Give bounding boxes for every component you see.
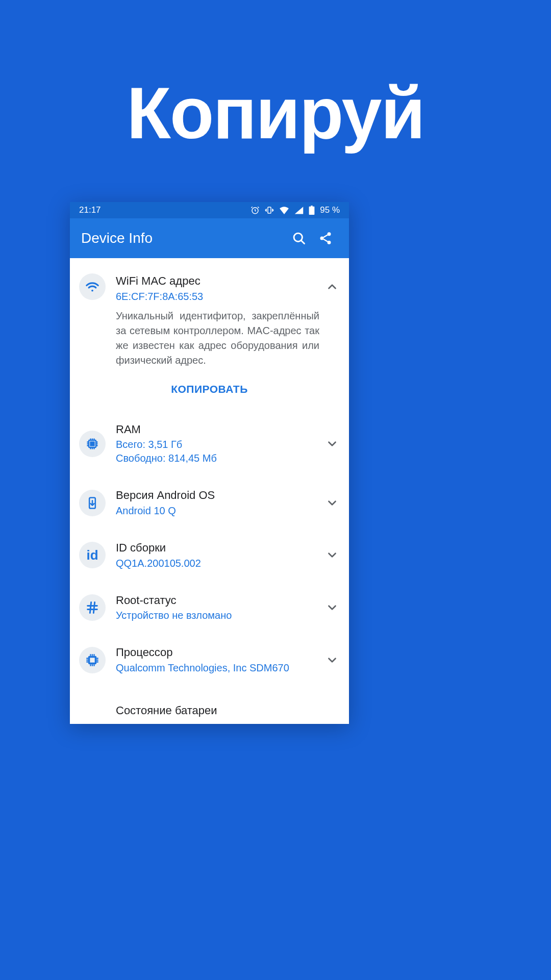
expand-button[interactable] bbox=[325, 647, 339, 673]
item-title: Процессор bbox=[116, 645, 319, 660]
hero-title: Копируй bbox=[0, 71, 551, 155]
svg-rect-11 bbox=[91, 442, 94, 445]
share-button[interactable] bbox=[312, 225, 339, 252]
svg-point-9 bbox=[91, 290, 93, 292]
list-item-processor[interactable]: Процессор Qualcomm Technologies, Inc SDM… bbox=[70, 634, 349, 686]
list-item-build-id[interactable]: id ID сборки QQ1A.200105.002 bbox=[70, 529, 349, 582]
svg-line-15 bbox=[90, 602, 91, 613]
item-title: Root-статус bbox=[116, 593, 319, 608]
chevron-down-icon bbox=[325, 437, 339, 450]
android-icon bbox=[79, 490, 106, 516]
svg-rect-18 bbox=[90, 658, 94, 662]
signal-icon bbox=[294, 206, 304, 214]
expand-button[interactable] bbox=[325, 594, 339, 621]
copy-button[interactable]: КОПИРОВАТЬ bbox=[171, 383, 248, 395]
search-icon bbox=[292, 231, 306, 245]
battery-status-icon bbox=[309, 206, 315, 215]
svg-rect-3 bbox=[311, 206, 313, 207]
copy-row: КОПИРОВАТЬ bbox=[70, 379, 349, 411]
item-value: QQ1A.200105.002 bbox=[116, 557, 319, 570]
item-title: WiFi MAC адрес bbox=[116, 273, 319, 289]
item-value: Устройство не взломано bbox=[116, 609, 319, 622]
status-bar: 21:17 95 % bbox=[70, 202, 349, 218]
collapse-button[interactable] bbox=[325, 273, 339, 300]
hash-icon bbox=[79, 594, 106, 621]
item-title: RAM bbox=[116, 422, 319, 437]
wifi-icon bbox=[79, 273, 106, 300]
status-time: 21:17 bbox=[79, 205, 101, 215]
app-bar: Device Info bbox=[70, 218, 349, 258]
list-item-wifi-mac[interactable]: WiFi MAC адрес 6E:CF:7F:8A:65:53 Уникаль… bbox=[70, 262, 349, 379]
chevron-down-icon bbox=[325, 654, 339, 667]
item-value: Qualcomm Technologies, Inc SDM670 bbox=[116, 661, 319, 675]
item-title: ID сборки bbox=[116, 540, 319, 556]
chip-icon bbox=[79, 431, 106, 457]
wifi-status-icon bbox=[279, 206, 289, 214]
svg-rect-1 bbox=[268, 207, 271, 213]
item-description: Уникальный идентифитор, закреплённый за … bbox=[116, 309, 319, 368]
svg-line-16 bbox=[93, 602, 94, 613]
app-screenshot: 21:17 95 % Device Info WiFi MAC адрес bbox=[70, 202, 349, 724]
cpu-icon bbox=[79, 647, 106, 673]
expand-button[interactable] bbox=[325, 431, 339, 457]
svg-rect-2 bbox=[309, 207, 315, 215]
svg-line-5 bbox=[302, 241, 305, 244]
list-item-ram[interactable]: RAM Всего: 3,51 Гб Свободно: 814,45 Мб bbox=[70, 411, 349, 477]
list-item-root-status[interactable]: Root-статус Устройство не взломано bbox=[70, 582, 349, 634]
list-item-battery-state[interactable]: Состояние батареи bbox=[70, 686, 349, 724]
share-icon bbox=[318, 231, 333, 245]
svg-point-6 bbox=[328, 232, 331, 236]
alarm-icon bbox=[251, 206, 260, 215]
expand-button[interactable] bbox=[325, 490, 339, 516]
chevron-down-icon bbox=[325, 548, 339, 562]
search-button[interactable] bbox=[286, 225, 312, 252]
status-icons: 95 % bbox=[251, 205, 340, 215]
item-title: Состояние батареи bbox=[116, 703, 339, 718]
list-item-android-version[interactable]: Версия Android OS Android 10 Q bbox=[70, 476, 349, 529]
item-value: 6E:CF:7F:8A:65:53 bbox=[116, 290, 319, 304]
item-value: Android 10 Q bbox=[116, 504, 319, 518]
info-list: WiFi MAC адрес 6E:CF:7F:8A:65:53 Уникаль… bbox=[70, 258, 349, 724]
svg-point-7 bbox=[320, 237, 324, 240]
vibrate-icon bbox=[265, 206, 274, 215]
svg-point-8 bbox=[328, 241, 331, 244]
chevron-down-icon bbox=[325, 601, 339, 614]
chevron-up-icon bbox=[325, 280, 339, 293]
id-icon: id bbox=[79, 542, 106, 568]
item-value: Всего: 3,51 Гб Свободно: 814,45 Мб bbox=[116, 438, 319, 465]
item-title: Версия Android OS bbox=[116, 488, 319, 503]
chevron-down-icon bbox=[325, 496, 339, 510]
battery-percent: 95 % bbox=[320, 205, 340, 215]
app-title: Device Info bbox=[81, 230, 286, 246]
expand-button[interactable] bbox=[325, 542, 339, 568]
